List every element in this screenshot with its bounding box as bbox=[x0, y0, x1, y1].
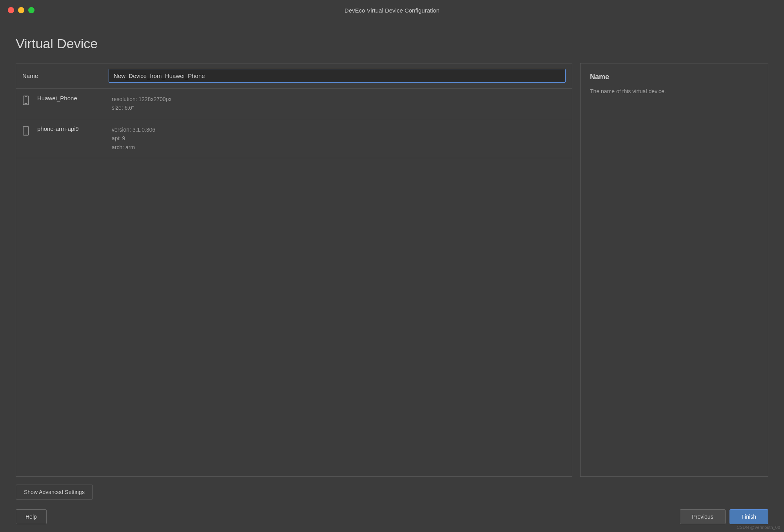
watermark: CSDN @Vermouth_00 bbox=[737, 525, 780, 530]
device-details-2: version: 3.1.0.306 api: 9 arch: arm bbox=[112, 125, 155, 152]
svg-rect-5 bbox=[25, 127, 27, 127]
phone-icon-2 bbox=[22, 126, 34, 137]
previous-button[interactable]: Previous bbox=[680, 509, 725, 524]
help-panel-title: Name bbox=[590, 73, 759, 81]
left-panel: Name Huawei_Phone resolution: 1228x2700p… bbox=[16, 63, 572, 477]
help-panel-description: The name of this virtual device. bbox=[590, 87, 759, 96]
device-name-2: phone-arm-api9 bbox=[37, 125, 112, 132]
device-name-input[interactable] bbox=[109, 69, 566, 83]
svg-rect-2 bbox=[25, 96, 27, 97]
navigation-buttons: Previous Finish bbox=[680, 509, 768, 524]
footer-buttons: Help Previous Finish bbox=[16, 507, 768, 524]
device-details-1: resolution: 1228x2700px size: 6.6" bbox=[112, 95, 172, 112]
phone-icon-1 bbox=[22, 96, 34, 107]
svg-rect-4 bbox=[25, 134, 27, 134]
window-title: DevEco Virtual Device Configuration bbox=[345, 7, 439, 14]
close-button[interactable] bbox=[8, 7, 14, 13]
name-label: Name bbox=[22, 72, 109, 79]
show-advanced-settings-button[interactable]: Show Advanced Settings bbox=[16, 485, 93, 499]
right-panel: Name The name of this virtual device. bbox=[580, 63, 768, 477]
page-title: Virtual Device bbox=[16, 36, 768, 51]
window-controls[interactable] bbox=[8, 7, 34, 13]
content-area: Name Huawei_Phone resolution: 1228x2700p… bbox=[16, 63, 768, 477]
minimize-button[interactable] bbox=[18, 7, 24, 13]
title-bar: DevEco Virtual Device Configuration bbox=[0, 0, 784, 20]
bottom-area: Show Advanced Settings Help Previous Fin… bbox=[16, 477, 768, 524]
help-button[interactable]: Help bbox=[16, 509, 47, 524]
device-name-1: Huawei_Phone bbox=[37, 95, 112, 101]
main-content: Virtual Device Name Huawei_Phone bbox=[0, 20, 784, 532]
name-row: Name bbox=[16, 63, 572, 89]
device-row-huawei: Huawei_Phone resolution: 1228x2700px siz… bbox=[16, 89, 572, 119]
finish-button[interactable]: Finish bbox=[730, 509, 768, 524]
maximize-button[interactable] bbox=[28, 7, 34, 13]
svg-rect-1 bbox=[25, 103, 27, 104]
device-row-phone-arm: phone-arm-api9 version: 3.1.0.306 api: 9… bbox=[16, 119, 572, 158]
